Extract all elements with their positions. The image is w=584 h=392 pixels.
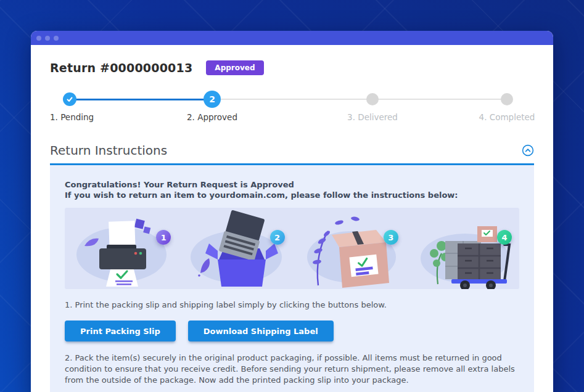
check-icon: [66, 96, 73, 103]
action-buttons-row: Print Packing Slip Download Shipping Lab…: [65, 321, 519, 341]
congrats-title: Congratulations! Your Return Request is …: [65, 180, 294, 189]
instruction-step-1-text: 1. Print the packing slip and shipping l…: [65, 300, 519, 311]
download-shipping-label-button[interactable]: Download Shipping Label: [188, 321, 334, 341]
step-delivered-indicator: [366, 93, 379, 105]
step-number: 2: [209, 94, 215, 104]
step-pending-indicator: [63, 92, 76, 106]
illustration-step-3-badge: 3: [384, 230, 398, 245]
illustration-step-2-badge: 2: [270, 230, 285, 245]
window-titlebar: [31, 31, 553, 45]
header-row: Return #0000000013 Approved: [50, 59, 534, 77]
laptop-in-box-illustration-icon: [186, 209, 284, 289]
window-control-dot[interactable]: [36, 36, 41, 41]
step-label-completed: 4. Completed: [479, 112, 535, 122]
instruction-step-2-text: 2. Pack the item(s) securely in the orig…: [65, 353, 519, 386]
illustration-sealed-package: 3: [292, 208, 406, 289]
step-completed-indicator: [501, 93, 513, 105]
step-label-delivered: 3. Delivered: [347, 112, 398, 122]
delivery-cart-illustration-icon: [413, 209, 512, 289]
section-title: Return Instructions: [50, 143, 167, 158]
return-card: Return #0000000013 Approved 2 1. Pending…: [31, 59, 553, 392]
congrats-subtitle: If you wish to return an item to yourdom…: [65, 190, 458, 200]
return-window: Return #0000000013 Approved 2 1. Pending…: [31, 31, 553, 392]
chevron-up-icon: [522, 144, 534, 157]
print-packing-slip-button[interactable]: Print Packing Slip: [65, 321, 176, 341]
window-control-dot[interactable]: [45, 36, 50, 41]
status-badge: Approved: [206, 60, 263, 75]
step-label-approved: 2. Approved: [187, 112, 237, 122]
step-approved-indicator: 2: [204, 91, 221, 108]
illustration-pack-item-in-box: 2: [178, 208, 292, 289]
package-illustration-icon: [300, 209, 398, 289]
stepper-track-completed: [70, 99, 212, 100]
desktop-background: Return #0000000013 Approved 2 1. Pending…: [0, 0, 584, 392]
congratulations-text: Congratulations! Your Return Request is …: [65, 180, 519, 200]
illustration-ship-packages: 4: [406, 208, 519, 289]
page-title: Return #0000000013: [50, 61, 192, 75]
section-header: Return Instructions: [50, 143, 534, 165]
instruction-illustrations: 1: [65, 208, 519, 289]
progress-stepper: 2 1. Pending 2. Approved 3. Delivered 4.…: [50, 89, 534, 127]
illustration-print-packing-slip: 1: [65, 208, 178, 289]
window-control-dot[interactable]: [54, 36, 59, 41]
illustration-step-4-badge: 4: [497, 230, 512, 245]
return-instructions-panel: Congratulations! Your Return Request is …: [50, 165, 534, 392]
collapse-section-button[interactable]: [522, 144, 534, 157]
printer-illustration-icon: [72, 209, 171, 289]
step-label-pending: 1. Pending: [50, 112, 94, 122]
